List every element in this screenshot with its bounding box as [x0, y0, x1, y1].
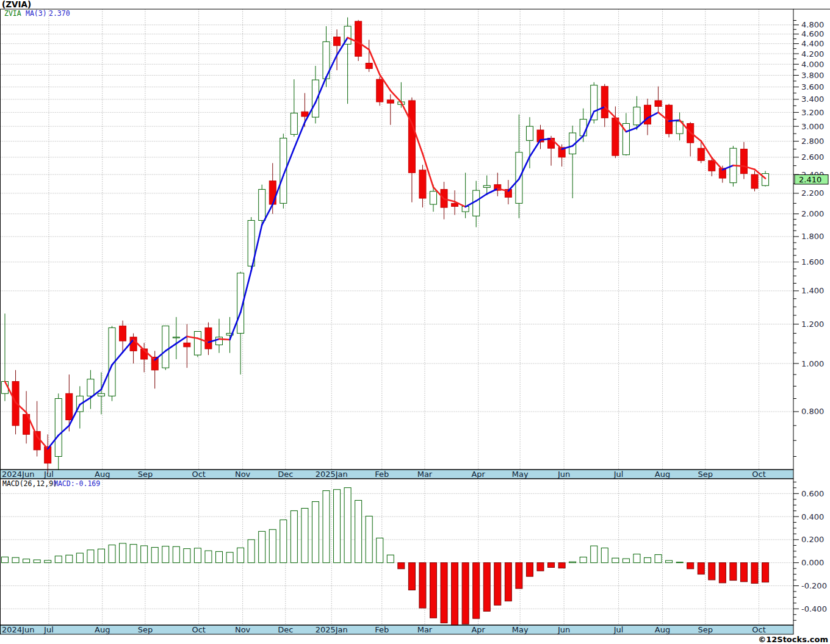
month-label-main: Jul: [43, 470, 54, 479]
macd-bar: [280, 520, 287, 562]
candle-up: [580, 120, 586, 136]
macd-bar: [323, 491, 330, 563]
macd-bar: [751, 563, 758, 584]
price-tick-label: 3.800: [801, 71, 824, 80]
month-label-main: Apr: [471, 470, 485, 479]
price-tick-label: 1.600: [801, 257, 824, 267]
price-tick-label: 4.800: [801, 20, 824, 29]
month-label-macd: Feb: [375, 625, 389, 634]
candle-down: [709, 160, 715, 171]
candle-down: [740, 149, 747, 173]
macd-bar: [430, 563, 437, 618]
candle-down: [334, 37, 341, 45]
zvia-weekly-stock-chart: 4.8004.6004.4004.2004.0003.8003.6003.400…: [0, 0, 830, 644]
candle-up: [55, 399, 62, 457]
candle-down: [751, 174, 758, 188]
macd-bar: [687, 563, 694, 569]
candle-down: [66, 393, 73, 420]
macd-bar: [377, 538, 383, 562]
macd-bar: [237, 548, 244, 562]
macd-bar: [526, 563, 533, 576]
candle-up: [762, 174, 769, 186]
candle-down: [612, 118, 619, 156]
candle-up: [633, 107, 640, 125]
macd-bar: [601, 548, 608, 563]
candle-up: [526, 126, 533, 140]
candle-up: [173, 337, 179, 338]
macd-bar: [740, 563, 747, 582]
macd-tick-label: 0.600: [801, 489, 824, 498]
ma3-line-segment: [219, 339, 230, 340]
macd-bar: [290, 510, 297, 562]
price-tick-label: 4.000: [801, 60, 824, 69]
candle-down: [184, 343, 190, 346]
macd-bar: [516, 563, 522, 589]
month-label-main: Nov: [235, 470, 251, 479]
month-label-main: Aug: [655, 470, 670, 479]
ma3-line-segment: [733, 165, 744, 166]
month-label-main: Jun: [557, 470, 570, 479]
candle-down: [408, 101, 415, 173]
price-tick-label: 4.600: [801, 29, 824, 38]
month-label-main: Jul: [613, 470, 624, 479]
macd-bar: [98, 549, 104, 562]
macd-bar: [730, 563, 737, 581]
month-label-macd: Sep: [138, 625, 153, 634]
price-tick-label: 3.200: [801, 108, 824, 117]
macd-bar: [698, 563, 704, 574]
macd-bar: [269, 529, 276, 562]
macd-bar: [655, 554, 662, 562]
candle-down: [655, 101, 662, 107]
month-label-macd: Nov: [235, 625, 251, 634]
month-label-main: Sep: [698, 470, 713, 479]
chart-page: 4.8004.6004.4004.2004.0003.8003.6003.400…: [0, 0, 830, 644]
price-tick-label: 4.200: [801, 49, 824, 59]
macd-bar: [205, 551, 212, 563]
month-label-macd: Jul: [613, 625, 624, 634]
macd-bar: [709, 563, 715, 580]
macd-bar: [355, 500, 362, 562]
candle-up: [98, 393, 104, 396]
macd-bar: [141, 546, 148, 563]
candle-down: [452, 203, 458, 206]
month-label-main: 2025Jan: [316, 470, 348, 479]
candle-down: [366, 63, 372, 69]
ma3-line-segment: [669, 120, 680, 121]
candle-down: [34, 431, 40, 449]
macd-tick-label: 0.400: [801, 512, 824, 521]
macd-bar: [762, 563, 769, 582]
macd-bar: [334, 490, 341, 563]
macd-bar: [301, 508, 308, 562]
candle-up: [483, 185, 490, 187]
macd-bar: [633, 554, 640, 563]
price-tick-label: 4.400: [801, 39, 824, 48]
candle-down: [698, 148, 704, 160]
candle-down: [419, 170, 426, 198]
candle-up: [290, 113, 297, 134]
month-label-macd: Oct: [192, 625, 205, 634]
legend-ma-value: 2.370: [49, 9, 70, 18]
macd-bar: [676, 562, 683, 563]
macd-bar: [580, 557, 586, 562]
month-label-main: Feb: [375, 470, 389, 479]
macd-bar: [226, 553, 233, 563]
macd-bar: [151, 548, 158, 563]
macd-tick-label: 0.000: [801, 558, 824, 567]
macd-bar: [259, 531, 265, 562]
candle-up: [591, 85, 597, 120]
candle-down: [644, 105, 651, 124]
month-label-macd: Dec: [278, 625, 293, 634]
macd-bar: [162, 546, 169, 563]
macd-bar: [120, 543, 126, 563]
price-tick-label: 3.400: [801, 95, 824, 104]
macd-bar: [719, 563, 726, 583]
macd-bar: [473, 563, 480, 618]
price-tick-label: 1.000: [801, 359, 824, 368]
month-label-macd: Mar: [417, 625, 433, 634]
macd-bar: [216, 551, 223, 562]
candle-down: [269, 181, 276, 204]
price-tick-label: 1.400: [801, 286, 824, 295]
macd-bar: [441, 563, 447, 623]
macd-bar: [398, 563, 405, 569]
month-label-macd: 2024Jun: [2, 625, 34, 634]
